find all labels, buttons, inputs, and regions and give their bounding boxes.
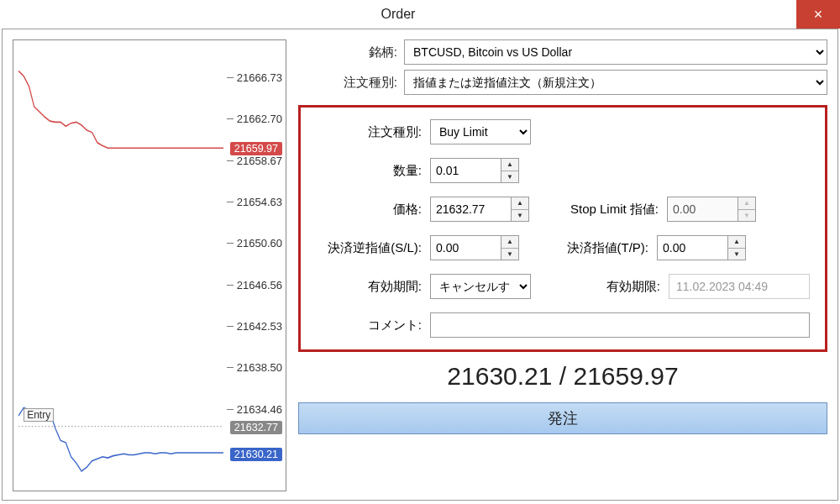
close-icon: × (814, 6, 823, 24)
y-tick: 21666.73 (227, 71, 282, 84)
volume-stepper[interactable]: ▲▼ (430, 158, 519, 183)
y-tick: 21646.56 (227, 279, 282, 291)
expiry-type-select[interactable]: キャンセルする (430, 274, 531, 299)
order-form: 銘柄: BTCUSD, Bitcoin vs US Dollar 注文種別: 指… (298, 39, 827, 490)
tp-stepper[interactable]: ▲▼ (657, 235, 746, 260)
expiry-date-label: 有効期限: (559, 279, 660, 295)
symbol-select[interactable]: BTCUSD, Bitcoin vs US Dollar (404, 39, 827, 65)
pending-type-label: 注文種別: (316, 124, 422, 140)
ask-price-badge: 21659.97 (230, 142, 282, 155)
sl-label: 決済逆指値(S/L): (316, 240, 422, 256)
expiry-type-label: 有効期間: (316, 279, 422, 295)
volume-spinner[interactable]: ▲▼ (501, 158, 519, 183)
pending-type-select[interactable]: Buy Limit (430, 119, 531, 144)
price-label: 価格: (316, 202, 422, 218)
expiry-date-field: 11.02.2023 04:49 (669, 274, 810, 299)
y-tick: 21642.53 (227, 320, 282, 333)
y-tick: 21662.70 (227, 113, 282, 125)
window-title: Order (0, 7, 796, 22)
volume-input[interactable] (430, 158, 501, 183)
y-tick: 21638.50 (227, 361, 282, 374)
y-tick: 21654.63 (227, 196, 282, 208)
sl-input[interactable] (430, 235, 501, 260)
bid-ask-display: 21630.21 / 21659.97 (298, 362, 827, 391)
y-tick: 21650.60 (227, 237, 282, 249)
y-tick: 21658.67 (227, 155, 282, 167)
stoplimit-label: Stop Limit 指値: (558, 202, 659, 218)
comment-input[interactable] (430, 312, 810, 338)
pending-order-panel: 注文種別: Buy Limit 数量: ▲▼ 価格: ▲▼ Stop Limit… (298, 105, 827, 352)
symbol-label: 銘柄: (298, 45, 397, 60)
order-type-select[interactable]: 指値または逆指値注文（新規注文） (404, 70, 827, 95)
price-spinner[interactable]: ▲▼ (511, 197, 529, 222)
stoplimit-stepper: ▲▼ (667, 197, 756, 222)
price-stepper[interactable]: ▲▼ (430, 197, 529, 222)
stoplimit-spinner: ▲▼ (738, 197, 756, 222)
tp-input[interactable] (657, 235, 727, 260)
place-order-button[interactable]: 発注 (298, 402, 827, 434)
sl-stepper[interactable]: ▲▼ (430, 235, 519, 260)
bid-price-badge: 21630.21 (230, 448, 282, 461)
volume-label: 数量: (316, 163, 422, 179)
tp-label: 決済指値(T/P): (548, 240, 648, 256)
ask-price: 21659.97 (574, 362, 679, 390)
bid-price: 21630.21 (447, 362, 552, 390)
price-input[interactable] (430, 197, 511, 222)
tp-spinner[interactable]: ▲▼ (727, 235, 746, 260)
dialog-body: 21666.7321662.7021658.6721654.6321650.60… (2, 29, 838, 501)
stoplimit-input (667, 197, 738, 222)
title-bar: Order × (0, 0, 840, 29)
order-type-label: 注文種別: (298, 75, 397, 91)
sl-spinner[interactable]: ▲▼ (501, 235, 519, 260)
pending-price-badge: 21632.77 (230, 421, 282, 434)
entry-marker: Entry (24, 408, 54, 422)
comment-label: コメント: (316, 318, 422, 333)
price-chart: 21666.7321662.7021658.6721654.6321650.60… (13, 39, 286, 491)
y-tick: 21634.46 (227, 403, 282, 416)
close-button[interactable]: × (796, 0, 840, 29)
